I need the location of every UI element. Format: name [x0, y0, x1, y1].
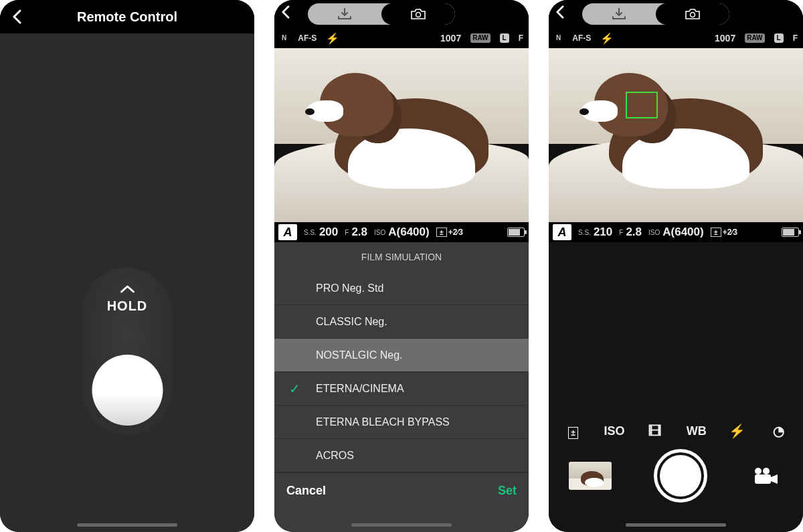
video-mode-button[interactable] — [749, 466, 783, 485]
aperture[interactable]: 2.8 — [351, 226, 367, 239]
info-strip: N AF-S 1007 RAW L F — [549, 28, 803, 48]
raw-badge: RAW — [745, 33, 764, 43]
chevron-left-icon — [281, 5, 290, 19]
remote-body: HOLD — [0, 33, 254, 532]
quick-settings-row: ± ISO WB — [549, 417, 803, 449]
svg-point-1 — [691, 13, 695, 17]
af-mode: AF-S — [572, 33, 591, 43]
iso-value[interactable]: A(6400) — [388, 226, 429, 239]
flash-icon — [326, 32, 339, 45]
exposure-bar: A S.S. 210 F 2.8 ISO A(6400) ±+2⁄3 — [549, 222, 803, 242]
panel-title: FILM SIMULATION — [274, 242, 529, 272]
film-sim-option[interactable]: ✓ETERNA/CINEMA — [274, 372, 529, 406]
phone-live-view: N AF-S 1007 RAW L F A S.S. 210 F 2.8 ISO… — [549, 0, 803, 532]
camera-icon — [410, 8, 426, 20]
film-sim-option-label: ETERNA/CINEMA — [316, 383, 404, 395]
exposure-comp-button[interactable]: ± — [557, 422, 590, 440]
shutter-button[interactable] — [92, 355, 163, 426]
film-sim-option-label: PRO Neg. Std — [316, 282, 383, 294]
viewfinder[interactable] — [274, 48, 529, 222]
home-indicator[interactable] — [626, 523, 726, 527]
home-indicator[interactable] — [351, 523, 452, 527]
self-timer-button[interactable] — [762, 422, 795, 440]
svg-point-0 — [416, 13, 421, 17]
shutter-speed[interactable]: 210 — [594, 226, 612, 239]
mode-segmented-control[interactable] — [308, 3, 455, 25]
film-sim-badge: N — [280, 33, 288, 43]
download-icon — [612, 8, 626, 20]
aperture[interactable]: 2.8 — [626, 226, 642, 239]
focus-indicator[interactable] — [626, 92, 658, 118]
flash-button[interactable] — [721, 422, 754, 440]
camera-mode-tab[interactable] — [381, 3, 455, 25]
exposure-comp[interactable]: ±+2⁄3 — [711, 228, 737, 237]
phone-film-simulation: N AF-S 1007 RAW L F A S.S. 200 F 2.8 ISO… — [274, 0, 529, 532]
download-mode-tab[interactable] — [582, 3, 656, 25]
film-sim-option[interactable]: CLASSIC Neg. — [274, 305, 529, 339]
svg-point-2 — [755, 468, 762, 474]
video-camera-icon — [753, 466, 780, 485]
flash-icon — [600, 32, 614, 45]
download-icon — [337, 8, 352, 20]
film-sim-option[interactable]: PRO Neg. Std — [274, 272, 529, 305]
info-strip: N AF-S 1007 RAW L F — [274, 28, 529, 48]
live-view-scene — [549, 48, 803, 222]
film-sim-option-label: ETERNA BLEACH BYPASS — [316, 416, 450, 428]
cancel-button[interactable]: Cancel — [286, 484, 326, 498]
shutter-speed[interactable]: 200 — [319, 226, 338, 239]
controls-area: ± ISO WB — [549, 242, 803, 532]
exposure-comp[interactable]: ±+2⁄3 — [436, 228, 463, 237]
camera-top-bar — [549, 0, 803, 28]
camera-top-bar — [274, 0, 529, 28]
home-indicator[interactable] — [77, 523, 177, 527]
download-mode-tab[interactable] — [308, 3, 381, 25]
film-simulation-button[interactable] — [638, 422, 672, 440]
hold-label: HOLD — [107, 298, 148, 314]
film-sim-option[interactable]: ACROS — [274, 439, 529, 472]
size-badge: L — [500, 33, 509, 43]
mode-segmented-control[interactable] — [582, 3, 729, 25]
white-balance-button[interactable]: WB — [680, 424, 713, 438]
film-sim-option-label: NOSTALGIC Neg. — [316, 349, 403, 361]
size-badge: L — [774, 33, 784, 43]
shots-remaining: 1007 — [440, 33, 461, 43]
iso-button[interactable]: ISO — [598, 424, 631, 438]
camera-mode-tab[interactable] — [656, 3, 729, 25]
last-photo-thumbnail[interactable] — [569, 462, 612, 490]
set-button[interactable]: Set — [498, 484, 517, 498]
exposure-mode[interactable]: A — [278, 224, 297, 240]
viewfinder[interactable] — [549, 48, 803, 222]
phone-remote-control: Remote Control HOLD — [0, 0, 254, 532]
film-sim-option-label: ACROS — [316, 450, 354, 462]
header: Remote Control — [0, 0, 254, 33]
shots-remaining: 1007 — [715, 33, 735, 43]
battery-icon — [507, 228, 525, 237]
chevron-up-icon — [119, 282, 135, 296]
svg-point-3 — [763, 468, 770, 474]
back-button[interactable] — [281, 5, 300, 23]
film-sim-badge: N — [554, 33, 563, 43]
raw-badge: RAW — [470, 33, 490, 43]
film-sim-option[interactable]: ETERNA BLEACH BYPASS — [274, 406, 529, 439]
chevron-left-icon — [555, 5, 564, 19]
back-button[interactable] — [555, 5, 574, 23]
film-sim-option[interactable]: NOSTALGIC Neg. — [274, 339, 529, 372]
quality-badge: F — [793, 33, 798, 43]
hold-shutter-capsule[interactable]: HOLD — [82, 268, 173, 435]
battery-icon — [782, 228, 799, 237]
iso-value[interactable]: A(6400) — [662, 226, 703, 239]
exposure-mode[interactable]: A — [553, 224, 571, 240]
live-view-scene — [274, 48, 529, 222]
film-simulation-panel: FILM SIMULATION PRO Neg. StdCLASSIC Neg.… — [274, 242, 529, 532]
shutter-button[interactable] — [654, 449, 707, 503]
camera-icon — [685, 8, 701, 20]
film-sim-option-label: CLASSIC Neg. — [316, 316, 387, 328]
exposure-bar: A S.S. 200 F 2.8 ISO A(6400) ±+2⁄3 — [274, 222, 529, 242]
shutter-row — [549, 449, 803, 532]
film-simulation-list: PRO Neg. StdCLASSIC Neg.NOSTALGIC Neg.✓E… — [274, 272, 529, 472]
af-mode: AF-S — [298, 33, 317, 43]
check-icon: ✓ — [289, 381, 300, 397]
page-title: Remote Control — [0, 9, 254, 25]
quality-badge: F — [519, 33, 523, 43]
svg-rect-4 — [755, 474, 771, 484]
